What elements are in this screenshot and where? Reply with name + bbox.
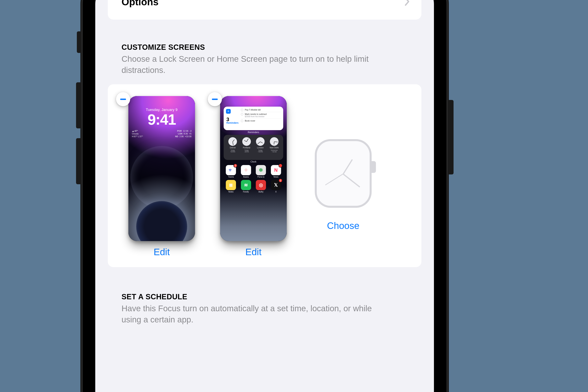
watch-face-placeholder[interactable] (315, 139, 372, 208)
reminders-items: Pay T-Mobile billMark needs to subtract$… (241, 108, 281, 123)
app-label: Teams (228, 176, 234, 178)
phone-silence-switch (77, 31, 82, 53)
schedule-section-header: SET A SCHEDULE Have this Focus turn on a… (95, 267, 434, 328)
customize-section-header: CUSTOMIZE SCREENS Choose a Lock Screen o… (95, 20, 434, 79)
choose-watch-face-button[interactable]: Choose (327, 220, 359, 231)
app-asana: ⁘Asana (240, 165, 252, 178)
phone-screen: Options CUSTOMIZE SCREENS Choose a Lock … (95, 0, 434, 392)
remove-home-screen-button[interactable] (208, 92, 222, 106)
customize-subtitle: Choose a Lock Screen or Home Screen page… (122, 54, 380, 76)
clock-caption: Clock (220, 160, 287, 163)
app-icon: ᯤ2 (226, 165, 236, 175)
app-label: News (274, 176, 278, 178)
customize-title: CUSTOMIZE SCREENS (122, 43, 408, 52)
reminders-widget: ≡ 3 Reminders Pay T-Mobile billMark need… (224, 106, 283, 130)
app-teams: ᯤ2Teams (225, 165, 237, 178)
page-root: Options CUSTOMIZE SCREENS Choose a Lock … (0, 0, 588, 392)
world-clock-widget: POR 12:36 -3LON 8:36 +5ND 2:06 +10:30 (175, 130, 192, 138)
reminder-item: Pay T-Mobile bill (241, 108, 281, 112)
clock-face-icon (256, 137, 264, 146)
chevron-right-icon (404, 0, 410, 7)
reminder-text: Pay T-Mobile bill (245, 108, 281, 111)
clock-city-name: New Delhi (270, 146, 279, 149)
home-screen-column: ≡ 3 Reminders Pay T-Mobile billMark need… (211, 96, 296, 257)
phone-volume-up-button (76, 82, 82, 128)
reminder-item: Mark needs to subtract$2500 from his inv… (241, 112, 281, 118)
lock-screen-column: Tuesday, January 9 9:41 ☁︎ 67° Cloudy H:… (120, 96, 204, 257)
options-label: Options (122, 0, 158, 8)
edit-lock-screen-button[interactable]: Edit (154, 246, 170, 257)
minus-icon (120, 98, 126, 100)
phone-volume-down-button (76, 138, 82, 184)
app-icon: ◎ (256, 180, 266, 190)
clock-city: LondonToday+5HRS (254, 137, 267, 158)
app-parse-ly: ❇︎Parse.ly (255, 165, 267, 178)
home-screen-preview[interactable]: ≡ 3 Reminders Pay T-Mobile billMark need… (220, 96, 287, 241)
app-label: Asana (243, 176, 249, 178)
lock-screen-time: 9:41 (128, 111, 195, 128)
clock-face-icon (242, 137, 251, 146)
app-icon: ⁘ (241, 165, 251, 175)
lock-screen-preview[interactable]: Tuesday, January 9 9:41 ☁︎ 67° Cloudy H:… (128, 96, 195, 241)
remove-lock-screen-button[interactable] (116, 92, 130, 106)
reminder-text: Mark needs to subtract$2500 from his inv… (245, 113, 281, 118)
reminder-item: Book rover (241, 118, 281, 123)
world-clock-row: POR 12:36 -3 (175, 130, 192, 132)
app-label: X (275, 191, 276, 193)
clock-city-name: Portland (243, 146, 250, 149)
lock-screen-earth-ring (130, 146, 193, 209)
clock-city-name: London (257, 146, 264, 149)
reminder-text: Book rover (245, 120, 281, 122)
schedule-title: SET A SCHEDULE (122, 293, 408, 301)
app-icon: 𝕏1 (271, 180, 281, 190)
clock-city: New DelhiTomorrow+10:30 (268, 137, 281, 158)
world-clock-row: ND 2:06 +10:30 (175, 135, 192, 138)
app-label: Notes (228, 191, 234, 193)
app-news: NNews (270, 165, 282, 178)
clock-city: DetroitToday+0HRS (226, 137, 239, 158)
lock-screen-widgets: ☁︎ 67° Cloudy H:67° L:57° POR 12:36 -3LO… (132, 130, 192, 138)
edit-home-screen-button[interactable]: Edit (246, 246, 262, 257)
clock-city-sub: Tomorrow+10:30 (271, 150, 278, 153)
clock-city: PortlandToday-3HRS (240, 137, 253, 158)
minus-icon (212, 98, 218, 100)
notification-badge (279, 164, 282, 167)
clock-city-sub: Today-3HRS (244, 150, 249, 153)
reminder-bullet-icon (241, 120, 243, 122)
reminder-bullet-icon (241, 109, 243, 111)
clock-face-icon (270, 137, 278, 146)
reminders-count: 3 (226, 117, 238, 122)
schedule-subtitle: Have this Focus turn on automatically at… (122, 303, 380, 325)
app-authy: ◎Authy (255, 180, 267, 193)
app-label: Parse.ly (257, 176, 264, 178)
app-grid: ᯤ2Teams⁘Asana❇︎Parse.lyNNews≣Notes≋Feedl… (225, 165, 282, 193)
clock-city-name: Detroit (230, 146, 236, 149)
world-clock-row: LON 8:36 +5 (175, 132, 192, 135)
app-feedly: ≋Feedly (240, 180, 252, 193)
app-icon: ≋ (241, 180, 251, 190)
reminders-app-icon: ≡ (226, 109, 231, 114)
notification-badge: 1 (279, 179, 282, 182)
clock-city-sub: Today+0HRS (230, 150, 235, 153)
reminder-bullet-icon (241, 113, 243, 116)
options-row[interactable]: Options (108, 0, 422, 20)
app-notes: ≣Notes (225, 180, 237, 193)
app-label: Authy (258, 191, 264, 193)
weather-temp: ☁︎ 67° (132, 130, 143, 132)
app-icon: ≣ (226, 180, 236, 190)
watch-column: Choose (301, 96, 385, 231)
customize-card: Tuesday, January 9 9:41 ☁︎ 67° Cloudy H:… (108, 84, 422, 267)
weather-widget: ☁︎ 67° Cloudy H:67° L:57° (132, 130, 143, 138)
reminders-caption: Reminders (220, 131, 287, 134)
app-label: Feedly (243, 191, 249, 193)
clock-face-icon (228, 137, 237, 146)
watch-crown (372, 161, 376, 173)
reminders-label: Reminders (226, 122, 238, 124)
clock-widget: DetroitToday+0HRSPortlandToday-3HRSLondo… (224, 135, 283, 160)
weather-condition: Cloudy (132, 132, 143, 135)
clock-city-sub: Today+5HRS (258, 150, 263, 153)
app-icon: ❇︎ (256, 165, 266, 175)
app-icon: N (271, 165, 281, 175)
phone-power-button (448, 100, 454, 174)
notification-badge: 2 (234, 164, 237, 167)
